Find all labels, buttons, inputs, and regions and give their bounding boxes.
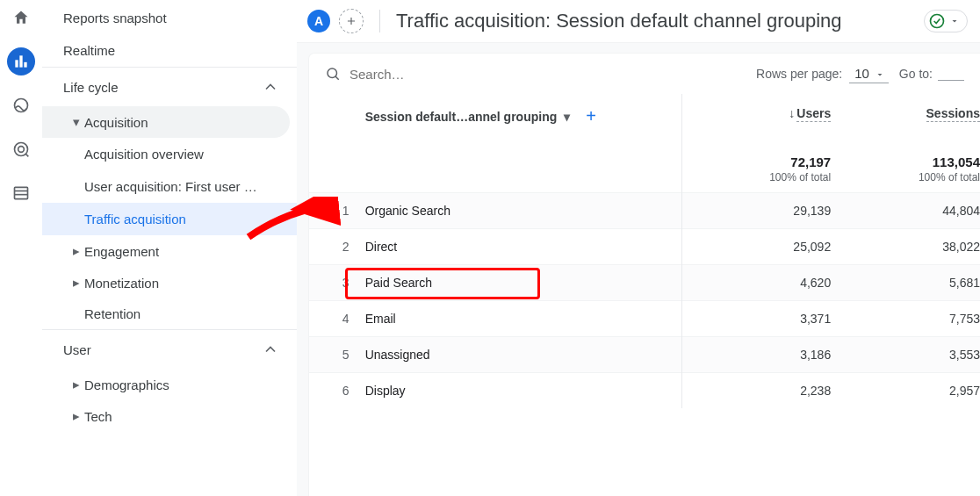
goto-label: Go to:: [899, 67, 933, 81]
explore-icon[interactable]: [7, 91, 35, 119]
add-dimension-button[interactable]: +: [586, 106, 596, 126]
nav-sub-demographics[interactable]: ▸ Demographics: [42, 369, 290, 400]
segment-badge[interactable]: A: [307, 10, 330, 32]
nav-sub-monetization-label: Monetization: [84, 276, 159, 291]
row-index: 1: [309, 193, 365, 229]
row-users: 3,186: [681, 337, 831, 373]
caret-right-icon: ▸: [68, 275, 84, 291]
caret-right-icon: ▸: [68, 243, 84, 259]
total-users: 72,197: [790, 155, 831, 169]
caret-right-icon: ▸: [68, 408, 84, 424]
caret-down-icon: ▾: [564, 110, 570, 124]
row-index: 5: [309, 337, 365, 373]
row-dimension: Email: [365, 301, 682, 337]
goto-input[interactable]: [938, 67, 964, 81]
add-segment-button[interactable]: [339, 9, 364, 33]
nav-sub-tech-label: Tech: [84, 409, 112, 424]
nav-realtime[interactable]: Realtime: [42, 34, 297, 67]
row-sessions: 44,804: [831, 193, 980, 229]
advertising-icon[interactable]: [7, 135, 35, 163]
table-row[interactable]: 4Email3,3717,753: [309, 301, 980, 337]
row-users: 29,139: [681, 193, 831, 229]
nav-sub-engagement[interactable]: ▸ Engagement: [42, 235, 290, 267]
sort-desc-icon: ↓: [789, 106, 795, 120]
chevron-up-icon: [262, 78, 279, 96]
main: A Traffic acquisition: Session default c…: [297, 0, 980, 496]
rows-per-page-label: Rows per page:: [756, 67, 842, 81]
row-dimension: Direct: [365, 229, 682, 265]
nav-group-lifecycle-label: Life cycle: [63, 80, 119, 95]
check-circle-icon: [928, 12, 946, 30]
nav-reports-snapshot[interactable]: Reports snapshot: [42, 2, 297, 34]
table-toolbar: Rows per page: 10 Go to:: [309, 54, 980, 94]
row-users: 2,238: [681, 373, 831, 409]
dimension-picker[interactable]: Session default…annel grouping: [365, 110, 558, 124]
nav-group-user[interactable]: User: [42, 329, 297, 369]
status-chip[interactable]: [924, 10, 968, 32]
configure-icon[interactable]: [7, 179, 35, 207]
report-card: Rows per page: 10 Go to:: [309, 54, 980, 496]
nav-sub-retention-label: Retention: [84, 306, 141, 321]
caret-down-icon: [949, 16, 960, 26]
row-dimension: Paid Search: [365, 265, 682, 301]
nav-sub-retention[interactable]: Retention: [42, 298, 290, 329]
table-row[interactable]: 3Paid Search4,6205,681: [309, 265, 980, 301]
svg-rect-0: [15, 60, 18, 67]
table-row[interactable]: 6Display2,2382,957: [309, 373, 980, 409]
nav-group-lifecycle[interactable]: Life cycle: [42, 67, 297, 106]
chevron-up-icon: [262, 341, 279, 358]
row-sessions: 7,753: [831, 301, 980, 337]
svg-rect-6: [15, 187, 28, 198]
icon-rail: [0, 0, 42, 496]
row-dimension: Display: [365, 373, 682, 409]
row-sessions: 38,022: [831, 229, 980, 265]
total-sessions-pct: 100% of total: [831, 171, 980, 183]
data-table: Session default…annel grouping ▾ + ↓User…: [309, 94, 980, 408]
row-index: 3: [309, 265, 365, 301]
nav-leaf-acq-overview[interactable]: Acquisition overview: [42, 138, 297, 170]
nav-sub-acquisition[interactable]: ▾ Acquisition: [42, 106, 290, 138]
nav-leaf-user-acq[interactable]: User acquisition: First user …: [42, 170, 297, 203]
nav-leaf-traffic-acq[interactable]: Traffic acquisition: [42, 203, 297, 235]
nav-sub-acquisition-label: Acquisition: [84, 115, 148, 130]
titlebar: A Traffic acquisition: Session default c…: [297, 0, 980, 43]
table-row[interactable]: 2Direct25,09238,022: [309, 229, 980, 265]
svg-point-5: [18, 147, 25, 153]
svg-rect-2: [24, 62, 26, 68]
nav-sub-engagement-label: Engagement: [84, 244, 159, 259]
row-users: 4,620: [681, 265, 831, 301]
page-title: Traffic acquisition: Session default cha…: [396, 10, 915, 32]
caret-right-icon: ▸: [68, 377, 84, 392]
nav-sub-monetization[interactable]: ▸ Monetization: [42, 267, 290, 298]
search-icon: [325, 66, 341, 82]
plus-icon: [345, 15, 357, 27]
row-sessions: 2,957: [831, 373, 980, 409]
svg-point-10: [328, 68, 337, 78]
table-row[interactable]: 1Organic Search29,13944,804: [309, 193, 980, 229]
home-icon[interactable]: [7, 4, 35, 32]
table-row[interactable]: 5Unassigned3,1863,553: [309, 337, 980, 373]
row-dimension: Unassigned: [365, 337, 682, 373]
row-users: 3,371: [681, 301, 831, 337]
metric-header-sessions[interactable]: Sessions: [926, 106, 980, 122]
caret-down-icon: [875, 69, 885, 80]
svg-rect-1: [19, 55, 22, 67]
rows-per-page-select[interactable]: 10: [849, 64, 889, 83]
divider: [379, 10, 380, 32]
nav-sub-demographics-label: Demographics: [84, 377, 169, 392]
row-index: 4: [309, 301, 365, 337]
metric-header-users[interactable]: ↓Users: [789, 106, 831, 120]
row-dimension: Organic Search: [365, 193, 682, 229]
search-input[interactable]: [349, 67, 525, 82]
reports-icon[interactable]: [7, 47, 35, 75]
row-users: 25,092: [681, 229, 831, 265]
row-index: 2: [309, 229, 365, 265]
rows-per-page-value: 10: [854, 66, 869, 81]
nav-sub-tech[interactable]: ▸ Tech: [42, 400, 290, 432]
sidebar: Reports snapshot Realtime Life cycle ▾ A…: [42, 0, 297, 496]
row-index: 6: [309, 373, 365, 409]
totals-row: 72,197 100% of total 113,054 100% of tot…: [309, 139, 980, 193]
caret-down-icon: ▾: [68, 114, 84, 130]
row-sessions: 5,681: [831, 265, 980, 301]
total-users-pct: 100% of total: [682, 171, 831, 183]
